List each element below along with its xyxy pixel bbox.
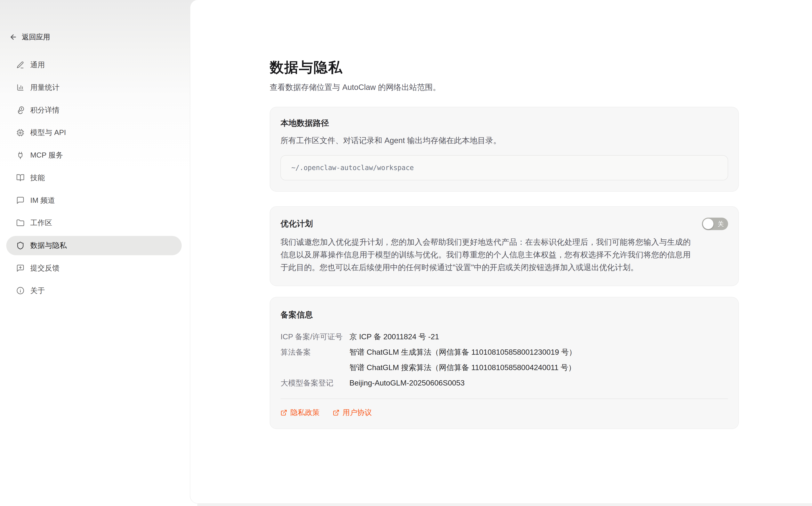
sidebar-item-mcp[interactable]: MCP 服务 (6, 146, 182, 165)
folder-icon (16, 219, 24, 227)
sidebar-item-label: MCP 服务 (30, 150, 63, 160)
policy-links-row: 隐私政策 用户协议 (280, 408, 728, 417)
filing-info-card: 备案信息 ICP 备案/许可证号 京 ICP 备 20011824 号 -21 … (270, 297, 739, 429)
sidebar-item-label: 提交反馈 (30, 263, 60, 273)
privacy-policy-link[interactable]: 隐私政策 (280, 408, 320, 417)
settings-content: 数据与隐私 查看数据存储位置与 AutoClaw 的网络出站范围。 本地数据路径… (270, 0, 739, 429)
sidebar-item-models-api[interactable]: 模型与 API (6, 123, 182, 142)
window-bottom-strip (197, 504, 812, 506)
sidebar-item-general[interactable]: 通用 (6, 55, 182, 75)
local-data-path-title: 本地数据路径 (280, 118, 728, 128)
sidebar-item-label: IM 频道 (30, 195, 55, 205)
settings-window: 返回应用 通用 用量统计 积分详情 (0, 0, 812, 506)
algorithm-filing-value-1: 智谱 ChatGLM 生成算法（网信算备 1101081058580012300… (349, 345, 576, 360)
back-to-app-label: 返回应用 (22, 32, 50, 42)
message-square-icon (16, 196, 24, 204)
user-agreement-label: 用户协议 (343, 408, 372, 417)
coins-icon (16, 106, 24, 114)
sidebar-item-credits[interactable]: 积分详情 (6, 100, 182, 120)
optimization-plan-card: 优化计划 关 我们诚邀您加入优化提升计划，您的加入会帮助我们更好地迭代产品：在去… (270, 206, 739, 286)
privacy-policy-label: 隐私政策 (290, 408, 320, 417)
sidebar-item-label: 数据与隐私 (30, 241, 67, 250)
icp-license-label: ICP 备案/许可证号 (280, 329, 349, 345)
plug-icon (16, 151, 24, 160)
sidebar: 返回应用 通用 用量统计 积分详情 (0, 0, 190, 506)
back-to-app-button[interactable]: 返回应用 (9, 32, 50, 42)
filing-info-rows: ICP 备案/许可证号 京 ICP 备 20011824 号 -21 算法备案 … (280, 329, 728, 391)
cpu-chip-icon (16, 129, 24, 137)
sidebar-item-feedback[interactable]: 提交反馈 (6, 259, 182, 278)
toggle-knob (703, 219, 713, 229)
llm-registration-label: 大模型备案登记 (280, 375, 349, 391)
algorithm-filing-label: 算法备案 (280, 345, 349, 375)
optimization-plan-header: 优化计划 关 (280, 218, 728, 230)
workspace-path-field[interactable]: ~/.openclaw-autoclaw/workspace (280, 155, 728, 180)
optimization-plan-description: 我们诚邀您加入优化提升计划，您的加入会帮助我们更好地迭代产品：在去标识化处理后，… (280, 236, 691, 273)
sidebar-item-workspace[interactable]: 工作区 (6, 213, 182, 233)
external-link-icon (333, 409, 340, 416)
llm-registration-value: Beijing-AutoGLM-20250606S0053 (349, 375, 465, 391)
filing-info-title: 备案信息 (280, 310, 728, 320)
user-agreement-link[interactable]: 用户协议 (333, 408, 372, 417)
sidebar-item-im-channels[interactable]: IM 频道 (6, 191, 182, 210)
message-square-plus-icon (16, 264, 24, 272)
page-subtitle: 查看数据存储位置与 AutoClaw 的网络出站范围。 (270, 83, 739, 92)
main-panel: 数据与隐私 查看数据存储位置与 AutoClaw 的网络出站范围。 本地数据路径… (190, 0, 812, 504)
optimization-plan-title: 优化计划 (280, 219, 313, 229)
local-data-path-card: 本地数据路径 所有工作区文件、对话记录和 Agent 输出均存储在此本地目录。 … (270, 107, 739, 192)
sidebar-item-about[interactable]: 关于 (6, 281, 182, 300)
table-row: 算法备案 智谱 ChatGLM 生成算法（网信算备 11010810585800… (280, 345, 728, 375)
divider (280, 399, 728, 399)
sidebar-item-label: 技能 (30, 173, 45, 183)
icp-license-value: 京 ICP 备 20011824 号 -21 (349, 329, 439, 345)
pen-icon (16, 61, 24, 69)
table-row: ICP 备案/许可证号 京 ICP 备 20011824 号 -21 (280, 329, 728, 345)
sidebar-item-label: 模型与 API (30, 128, 66, 138)
sidebar-item-label: 通用 (30, 60, 45, 70)
local-data-path-description: 所有工作区文件、对话记录和 Agent 输出均存储在此本地目录。 (280, 135, 728, 146)
sidebar-item-usage-stats[interactable]: 用量统计 (6, 78, 182, 97)
sidebar-item-label: 积分详情 (30, 105, 60, 115)
bar-chart-icon (16, 83, 24, 92)
sidebar-item-skills[interactable]: 技能 (6, 168, 182, 187)
algorithm-filing-value-2: 智谱 ChatGLM 搜索算法（网信算备 1101081058580042400… (349, 360, 576, 375)
shield-icon (16, 241, 24, 250)
info-circle-icon (16, 286, 24, 295)
page-title: 数据与隐私 (270, 59, 739, 76)
sidebar-item-label: 用量统计 (30, 83, 60, 92)
external-link-icon (280, 409, 287, 416)
sidebar-item-label: 关于 (30, 286, 45, 296)
table-row: 大模型备案登记 Beijing-AutoGLM-20250606S0053 (280, 375, 728, 391)
book-open-icon (16, 174, 24, 182)
optimization-toggle[interactable]: 关 (702, 218, 728, 230)
arrow-left-icon (9, 33, 17, 41)
toggle-state-label: 关 (718, 218, 724, 230)
sidebar-nav: 通用 用量统计 积分详情 模型与 API (6, 55, 182, 304)
workspace-path-value: ~/.openclaw-autoclaw/workspace (291, 164, 414, 172)
sidebar-item-data-privacy[interactable]: 数据与隐私 (6, 236, 182, 255)
sidebar-item-label: 工作区 (30, 218, 52, 228)
